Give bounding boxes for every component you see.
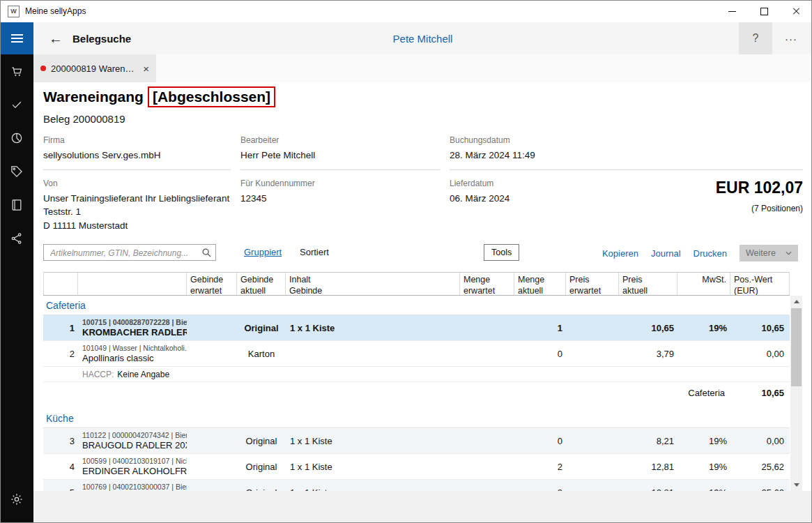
field-von: Von Unser Trainingslieferant Ihr Lieblin… (43, 170, 231, 233)
table-row[interactable]: 3 110122 | 00000042074342 | Bier... BRAU… (43, 428, 790, 454)
col-number (43, 273, 78, 295)
col-gebinde-aktuell[interactable]: Gebinde aktuell (237, 273, 286, 295)
field-label: Bearbeiter (240, 135, 440, 145)
scroll-down-icon (794, 483, 799, 487)
field-value: Unser Trainingslieferant Ihr Lieblingsli… (43, 192, 231, 206)
weitere-button[interactable]: Weitere (740, 245, 798, 262)
chevron-down-icon (786, 251, 792, 255)
field-buchungsdatum: Buchungsdatum 28. März 2024 11:49 (450, 135, 803, 170)
field-bearbeiter: Bearbeiter Herr Pete Mitchell (240, 135, 440, 170)
sidebar-item-articles[interactable] (0, 155, 33, 188)
field-value: Herr Pete Mitchell (240, 149, 440, 162)
col-preis-aktuell[interactable]: Preis aktuell (619, 273, 677, 295)
field-label: Firma (43, 135, 231, 145)
kopieren-link[interactable]: Kopieren (602, 248, 638, 259)
field-value: D 11111 Musterstadt (43, 219, 231, 233)
maximize-icon (760, 8, 768, 15)
tab-close-icon[interactable]: × (137, 63, 149, 75)
back-button[interactable]: ← (43, 22, 68, 54)
field-firma: Firma sellysolutions Serv.ges.mbH (43, 135, 231, 170)
pie-chart-icon (10, 131, 24, 145)
group-header-kueche[interactable]: Küche (43, 409, 790, 428)
search-input[interactable] (49, 245, 199, 261)
help-button[interactable]: ? (739, 22, 772, 54)
table-row[interactable]: 1 100715 | 04008287072228 | Bier... KROM… (43, 315, 790, 341)
field-label: Für Kundennummer (240, 179, 440, 188)
col-menge-erwartet[interactable]: Menge erwartet (460, 273, 514, 295)
page-title: Wareneingang (43, 89, 144, 105)
sortiert-toggle[interactable]: Sortiert (300, 247, 329, 257)
document-number: Beleg 200000819 (43, 113, 125, 125)
command-bar: Pete Mitchell ← Belegsuche ? ··· (33, 22, 812, 54)
col-gebinde-erwartet[interactable]: Gebinde erwartet (187, 273, 237, 295)
field-value: 06. März 2024 (450, 192, 638, 206)
gruppiert-toggle[interactable]: Gruppiert (244, 247, 282, 257)
minimize-button[interactable] (716, 0, 748, 22)
scroll-up-button[interactable] (790, 296, 802, 308)
scroll-thumb[interactable] (791, 308, 802, 386)
menu-button[interactable] (0, 22, 33, 54)
sidebar-item-tasks[interactable] (0, 88, 33, 121)
col-article (78, 273, 187, 295)
field-label: Lieferdatum (450, 179, 638, 188)
close-icon (792, 7, 800, 15)
total-amount: EUR 102,07 (638, 179, 803, 197)
table-row[interactable]: 4 100599 | 04002103019107 | Nich... ERDI… (43, 454, 790, 480)
col-menge-aktuell[interactable]: Menge aktuell (514, 273, 566, 295)
article-code: 100769 | 04002103000037 | Bier... (82, 483, 187, 491)
maximize-button[interactable] (748, 0, 780, 22)
cart-icon (10, 64, 24, 78)
field-label: Buchungsdatum (450, 135, 803, 145)
col-pos-wert[interactable]: Pos.-Wert (EUR) (730, 273, 790, 295)
article-name: ERDINGER ALKOHOLFR 2... (82, 466, 187, 476)
settings-button[interactable] (0, 483, 33, 516)
journal-link[interactable]: Journal (651, 248, 681, 259)
group-spacer (43, 403, 790, 409)
sidebar (0, 22, 33, 523)
document-info: Firma sellysolutions Serv.ges.mbH Bearbe… (43, 135, 803, 232)
article-name: BRAUGOLD RADLER 20X... (82, 440, 187, 450)
table-header: Gebinde erwartet Gebinde aktuell Inhalt … (43, 272, 790, 296)
tab-label: 200000819 Warenei... (51, 63, 137, 74)
sidebar-item-reports[interactable] (0, 121, 33, 155)
col-mwst[interactable]: MwSt. (677, 273, 730, 295)
field-value: Teststr. 1 (43, 205, 231, 219)
field-value: sellysolutions Serv.ges.mbH (43, 149, 231, 162)
tab-wareneingang[interactable]: 200000819 Warenei... × (33, 54, 156, 82)
unsaved-dot-icon (40, 66, 46, 71)
vertical-scrollbar[interactable] (790, 296, 802, 491)
user-name[interactable]: Pete Mitchell (33, 22, 812, 54)
article-code: 110122 | 00000042074342 | Bier... (82, 431, 187, 439)
position-count: (7 Positionen) (638, 204, 803, 213)
sidebar-item-journal[interactable] (0, 188, 33, 222)
drucken-link[interactable]: Drucken (694, 248, 727, 259)
table-row[interactable]: 5 100769 | 04002103000037 | Bier... Orig… (43, 480, 790, 491)
table-row[interactable]: 2 101049 | Wasser | Nichtalkoholi... Apo… (43, 341, 790, 367)
tag-icon (10, 165, 24, 179)
group-header-cafeteria[interactable]: Cafeteria (43, 296, 790, 315)
scroll-up-icon (794, 300, 799, 303)
col-inhalt-gebinde[interactable]: Inhalt Gebinde (286, 273, 460, 295)
status-bar (33, 491, 812, 523)
weitere-label: Weitere (746, 248, 776, 258)
hamburger-icon (11, 34, 23, 43)
scroll-down-button[interactable] (790, 479, 802, 491)
article-code: 101049 | Wasser | Nichtalkoholi... (82, 344, 187, 352)
sidebar-item-cart[interactable] (0, 54, 33, 88)
main-content: Wareneingang [Abgeschlossen] Beleg 20000… (33, 82, 812, 491)
tools-button[interactable]: Tools (484, 244, 519, 261)
status-badge: [Abgeschlossen] (148, 86, 275, 107)
gear-icon (10, 492, 24, 506)
field-label: Von (43, 179, 231, 188)
search-box (43, 244, 216, 261)
book-icon (10, 198, 24, 212)
close-button[interactable] (780, 0, 812, 22)
share-icon (10, 232, 24, 245)
sidebar-item-network[interactable] (0, 222, 33, 255)
list-toolbar: Gruppiert Sortiert Tools Kopieren Journa… (43, 244, 802, 262)
page-context-title: Belegsuche (72, 22, 131, 54)
article-code: 100715 | 04008287072228 | Bier... (82, 318, 187, 326)
field-kundennummer: Für Kundennummer 12345 (240, 170, 440, 233)
col-preis-erwartet[interactable]: Preis erwartet (566, 273, 619, 295)
more-options-button[interactable]: ··· (776, 22, 806, 54)
